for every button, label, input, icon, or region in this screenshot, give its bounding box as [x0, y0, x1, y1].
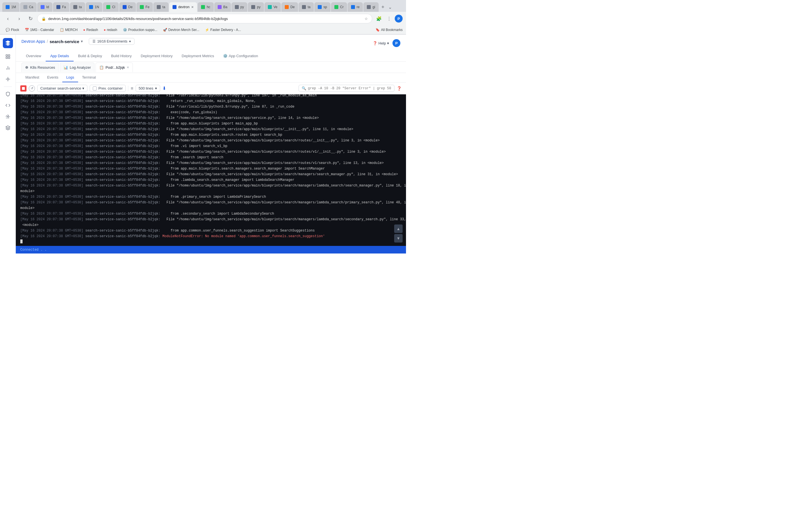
- tab-favicon-cr: [335, 5, 338, 9]
- sidebar-item-code[interactable]: [3, 100, 13, 110]
- tab-fa[interactable]: Fa: [53, 2, 69, 12]
- all-bookmarks-button[interactable]: 🔖 All Bookmarks: [375, 28, 403, 32]
- tab-ba[interactable]: Ba: [214, 2, 231, 12]
- tab-de[interactable]: De: [119, 2, 136, 12]
- pod-tab-close-button[interactable]: ✕: [126, 66, 129, 69]
- lines-selector[interactable]: 500 lines ▾: [136, 85, 160, 92]
- tab-close-devtron[interactable]: ✕: [191, 5, 194, 9]
- scroll-down-button[interactable]: ▼: [394, 234, 403, 242]
- profile-button[interactable]: P: [395, 15, 403, 22]
- sub-tab-k8s-resources[interactable]: ☸ K8s Resources: [21, 62, 59, 72]
- sidebar-item-chart[interactable]: [3, 63, 13, 73]
- tab-1mg[interactable]: 1M: [2, 2, 19, 12]
- tab-deployment-metrics[interactable]: Deployment Metrics: [177, 51, 218, 61]
- tab-ta3[interactable]: ta: [299, 2, 314, 12]
- container-selector[interactable]: Container search-service ▾: [37, 85, 87, 92]
- bookmark-redash2[interactable]: ● redash: [101, 27, 119, 33]
- extensions-button[interactable]: 🧩: [374, 14, 384, 23]
- tab-1n[interactable]: 1N: [86, 2, 102, 12]
- tab-cl[interactable]: Cl: [103, 2, 118, 12]
- clear-button[interactable]: ↺: [29, 86, 35, 92]
- tab-build-history[interactable]: Build History: [107, 51, 136, 61]
- sidebar-item-apps[interactable]: [3, 52, 13, 62]
- url-bar[interactable]: 🔒 devtron.1mg.com/dashboard/app/1106/det…: [37, 14, 372, 23]
- download-button[interactable]: ⬇: [162, 86, 166, 91]
- sidebar-item-security[interactable]: [3, 89, 13, 99]
- help-button[interactable]: ❓ Help ▾: [373, 41, 389, 45]
- inner-tab-manifest[interactable]: Manifest: [21, 73, 43, 82]
- tab-ve[interactable]: Ve: [264, 2, 281, 12]
- tab-fe[interactable]: Fe: [137, 2, 153, 12]
- log-search-bar[interactable]: 🔍: [299, 85, 395, 92]
- tab-py2[interactable]: py: [248, 2, 264, 12]
- log-pod-name: search-service-sanic-b5ff84fdb-b2jqk:: [85, 144, 162, 149]
- tab-title-ba: Ba: [223, 5, 227, 9]
- tab-de2[interactable]: De: [282, 2, 298, 12]
- bookmark-redash1[interactable]: ● Redash: [81, 27, 100, 33]
- bookmark-devtron-merch[interactable]: 🚀 Devtron Merch Ser...: [161, 27, 202, 33]
- bookmark-merch[interactable]: 📋 MERCH: [57, 27, 80, 33]
- tab-app-details[interactable]: App Details: [46, 51, 73, 61]
- plugin-icon: [5, 114, 10, 119]
- log-line: [May 16 2024 20:07:38 GMT+0530] search-s…: [16, 172, 406, 177]
- tab-devtron[interactable]: devtron ✕: [169, 2, 197, 12]
- scroll-arrows: ▲ ▼: [394, 224, 403, 242]
- stop-icon: [22, 87, 25, 90]
- bookmark-star-icon[interactable]: ☆: [364, 17, 368, 21]
- log-timestamp: [May 16 2024 20:07:38 GMT+0530]: [20, 121, 85, 126]
- reload-button[interactable]: ↻: [26, 14, 35, 23]
- bookmark-devtron-merch-icon: 🚀: [163, 28, 167, 32]
- prev-container-checkbox[interactable]: [93, 87, 97, 91]
- tab-deployment-history[interactable]: Deployment History: [136, 51, 177, 61]
- more-tools-button[interactable]: ⋮: [385, 14, 394, 23]
- address-bar: ‹ › ↻ 🔒 devtron.1mg.com/dashboard/app/11…: [0, 12, 406, 25]
- sub-tab-log-analyzer[interactable]: 📊 Log Analyzer: [60, 62, 94, 72]
- tab-py1[interactable]: py: [232, 2, 248, 12]
- inner-tab-events[interactable]: Events: [43, 73, 62, 82]
- bookmark-flock[interactable]: 💬 Flock: [3, 27, 21, 33]
- log-timestamp: [May 16 2024 20:07:38 GMT+0530]: [20, 217, 85, 222]
- breadcrumb-app-link[interactable]: Devtron Apps: [21, 39, 45, 44]
- tab-overview[interactable]: Overview: [21, 51, 46, 61]
- tab-build-deploy[interactable]: Build & Deploy: [73, 51, 107, 61]
- tab-sp[interactable]: sp: [314, 2, 331, 12]
- tab-app-configuration[interactable]: ⚙️ App Configuration: [218, 51, 262, 61]
- logs-content[interactable]: [May 16 2024 20:07:38 GMT+0530] search-s…: [16, 94, 406, 246]
- tab-id[interactable]: Id: [37, 2, 52, 12]
- tab-cr[interactable]: Cr: [331, 2, 347, 12]
- sidebar-item-deploy[interactable]: [3, 74, 13, 84]
- prev-container-button[interactable]: Prev. container: [90, 85, 126, 92]
- bookmark-redash1-label: Redash: [86, 28, 98, 32]
- devtron-logo[interactable]: [3, 38, 13, 48]
- bookmark-flock-label: Flock: [11, 28, 19, 32]
- add-tab-button[interactable]: +: [379, 3, 387, 11]
- wrap-lines-button[interactable]: ≡: [131, 86, 133, 91]
- breadcrumb-service-name[interactable]: search-service ▾: [50, 39, 83, 44]
- sub-tab-pod[interactable]: 📋 Pod/...b2jqk ✕: [96, 62, 133, 72]
- inner-tab-terminal[interactable]: Terminal: [78, 73, 100, 82]
- tab-overflow-button[interactable]: ⌄: [388, 4, 392, 10]
- inner-tab-logs[interactable]: Logs: [62, 73, 78, 82]
- sidebar-item-layers[interactable]: [3, 123, 13, 133]
- tab-ta[interactable]: ta: [70, 2, 85, 12]
- sidebar-item-plugin[interactable]: [3, 112, 13, 122]
- sidebar: [0, 35, 16, 253]
- scroll-up-button[interactable]: ▲: [394, 224, 403, 233]
- bookmark-faster-delivery[interactable]: ⚡ Faster Delivery - A...: [203, 27, 243, 33]
- back-button[interactable]: ‹: [3, 14, 12, 23]
- url-text: devtron.1mg.com/dashboard/app/1106/detai…: [48, 17, 362, 21]
- stop-button[interactable]: [20, 86, 27, 92]
- tab-hc[interactable]: hc: [198, 2, 214, 12]
- search-help-button[interactable]: ❓: [397, 86, 402, 91]
- tab-ta2[interactable]: ta: [153, 2, 168, 12]
- user-avatar[interactable]: P: [393, 39, 400, 47]
- tab-re[interactable]: re: [348, 2, 363, 12]
- environments-selector[interactable]: ☰ 16/16 Environments ▾: [89, 38, 135, 45]
- bookmark-calendar[interactable]: 📅 1MG - Calendar: [22, 27, 56, 33]
- bookmark-redash2-label: redash: [107, 28, 117, 32]
- bookmark-production[interactable]: ⚙️ Production suppo...: [121, 27, 160, 33]
- log-search-input[interactable]: [308, 87, 391, 91]
- tab-gi[interactable]: gi: [363, 2, 378, 12]
- tab-ca[interactable]: Ca: [20, 2, 37, 12]
- forward-button[interactable]: ›: [15, 14, 24, 23]
